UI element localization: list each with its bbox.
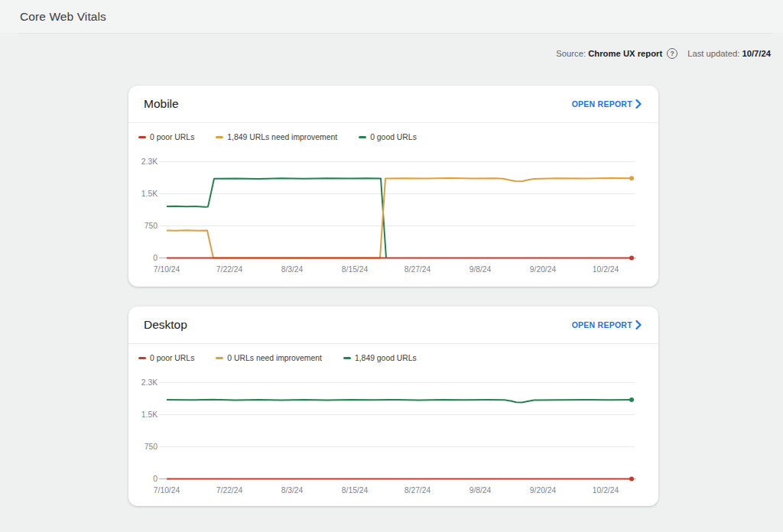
svg-text:2.3K: 2.3K — [141, 378, 158, 387]
svg-text:1.5K: 1.5K — [141, 190, 158, 198]
svg-text:8/3/24: 8/3/24 — [281, 265, 304, 274]
svg-text:10/2/24: 10/2/24 — [593, 265, 619, 274]
svg-text:8/15/24: 8/15/24 — [342, 486, 369, 495]
svg-text:9/8/24: 9/8/24 — [469, 486, 492, 495]
svg-text:8/27/24: 8/27/24 — [404, 486, 431, 495]
svg-text:7/10/24: 7/10/24 — [154, 486, 180, 495]
svg-text:750: 750 — [145, 222, 158, 230]
svg-text:0: 0 — [153, 254, 158, 262]
svg-text:9/8/24: 9/8/24 — [469, 265, 492, 274]
svg-text:7/22/24: 7/22/24 — [216, 265, 243, 274]
svg-text:7/22/24: 7/22/24 — [216, 486, 243, 495]
svg-text:8/3/24: 8/3/24 — [281, 486, 304, 495]
svg-text:10/2/24: 10/2/24 — [593, 486, 619, 495]
svg-text:8/27/24: 8/27/24 — [404, 265, 431, 274]
svg-text:9/20/24: 9/20/24 — [530, 486, 557, 495]
svg-text:1.5K: 1.5K — [141, 410, 158, 419]
svg-text:9/20/24: 9/20/24 — [530, 265, 557, 274]
svg-text:750: 750 — [145, 443, 158, 451]
svg-text:8/15/24: 8/15/24 — [342, 265, 369, 274]
svg-text:0: 0 — [153, 475, 158, 483]
svg-text:2.3K: 2.3K — [141, 157, 158, 166]
svg-text:7/10/24: 7/10/24 — [154, 265, 180, 274]
